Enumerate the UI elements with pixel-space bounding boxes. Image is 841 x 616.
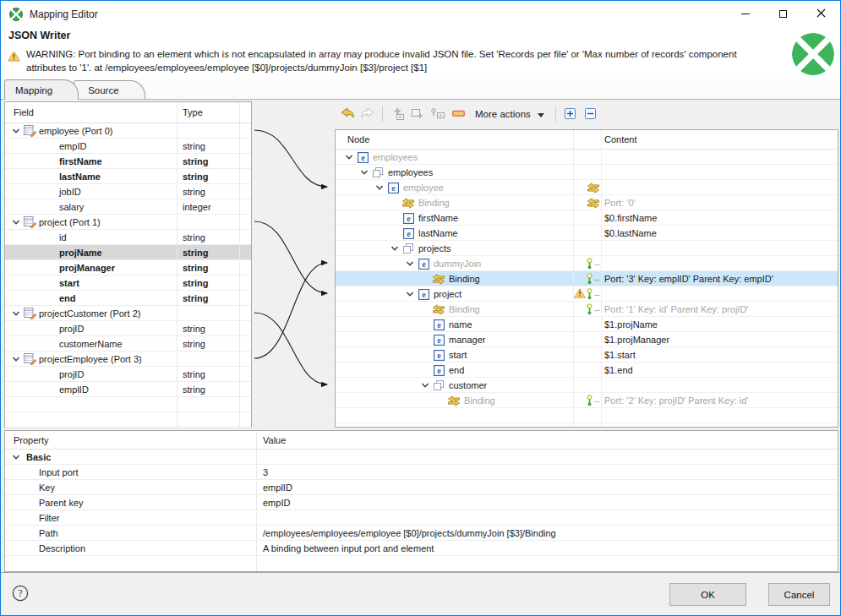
field-label: projectCustomer (Port 2)	[39, 308, 140, 319]
collapse-all-button[interactable]	[581, 104, 601, 124]
tree-node-cell: eproject	[336, 288, 573, 300]
tab-mapping[interactable]: Mapping	[4, 79, 79, 100]
field-row[interactable]: projIDstring	[5, 367, 251, 382]
tab-source[interactable]: Source	[74, 80, 145, 99]
chevron-down-icon[interactable]	[9, 308, 23, 319]
property-column-header: Property	[5, 435, 256, 445]
tree-row[interactable]: employees	[336, 165, 838, 180]
chevron-down-icon[interactable]	[358, 166, 371, 178]
field-row[interactable]: projectEmployee (Port 3)	[5, 352, 251, 367]
property-row[interactable]: DescriptionA binding between input port …	[5, 541, 838, 556]
field-row[interactable]: emplIDstring	[5, 382, 251, 397]
chevron-down-icon[interactable]	[373, 182, 386, 194]
ok-button[interactable]: OK	[669, 583, 746, 606]
field-row[interactable]: salaryinteger	[5, 199, 251, 215]
field-row[interactable]: empIDstring	[5, 139, 251, 154]
tree-content-cell: Port: '2' Key: projID' Parent Key: id'	[601, 395, 838, 406]
window-title: Mapping Editor	[30, 8, 98, 20]
field-type: string	[177, 339, 239, 349]
field-row[interactable]: startstring	[5, 275, 251, 291]
help-button[interactable]: ?	[12, 585, 29, 602]
property-row[interactable]: Basic	[5, 450, 838, 465]
tree-node-cell: projects	[336, 243, 573, 254]
tree-row[interactable]: Binding--Port: '2' Key: projID' Parent K…	[336, 393, 838, 408]
tree-row[interactable]: eend$1.end	[336, 363, 838, 378]
more-actions-button[interactable]: More actions	[468, 104, 551, 124]
fields-table-header: Field Type	[5, 102, 251, 123]
chevron-down-icon[interactable]	[9, 125, 23, 137]
tree-row[interactable]: eproject--	[336, 286, 838, 302]
close-button[interactable]	[802, 1, 840, 27]
property-value: A binding between input port and element	[256, 543, 838, 553]
field-name-cell: projManager	[5, 263, 177, 273]
chevron-down-icon[interactable]	[403, 288, 417, 300]
tree-row[interactable]: projects	[336, 241, 838, 256]
remove-button[interactable]	[448, 104, 468, 124]
expand-all-icon	[564, 107, 576, 122]
field-type: string	[177, 369, 239, 379]
field-label: jobID	[59, 187, 81, 197]
chevron-down-icon[interactable]	[9, 451, 23, 463]
chevron-down-icon[interactable]	[9, 353, 23, 365]
undo-icon	[340, 107, 355, 122]
tree-row[interactable]: estart$1.start	[336, 347, 838, 363]
chevron-down-icon[interactable]	[388, 243, 401, 254]
tree-node-label: dummyJoin	[434, 259, 481, 269]
chevron-down-icon[interactable]	[9, 216, 23, 228]
tree-row[interactable]: Binding--Port: '3' Key: emplID' Parent K…	[336, 271, 838, 286]
tree-decorator-cell: --	[573, 256, 601, 271]
property-row[interactable]: Parent keyempID	[5, 495, 838, 510]
tree-content-cell: $1.end	[601, 365, 838, 375]
tree-row[interactable]: emanager$1.projManager	[336, 332, 838, 347]
minimize-button[interactable]	[726, 1, 764, 27]
tree-row[interactable]: eemployee	[336, 180, 838, 195]
field-row[interactable]: customerNamestring	[5, 336, 251, 352]
property-value: 3	[256, 467, 838, 477]
help-icon: ?	[12, 585, 29, 602]
property-name-cell: Path	[5, 528, 256, 538]
field-type: string	[177, 141, 239, 151]
field-row[interactable]: endstring	[5, 291, 251, 306]
cancel-button[interactable]: Cancel	[768, 583, 830, 606]
property-row[interactable]: Input port3	[5, 465, 838, 480]
tree-row[interactable]: eemployees	[336, 150, 838, 165]
mapping-arrow	[254, 263, 327, 358]
property-row[interactable]: Filter	[5, 510, 838, 526]
field-row[interactable]: idstring	[5, 230, 251, 245]
field-row[interactable]: lastNamestring	[5, 169, 251, 184]
chevron-down-icon[interactable]	[418, 379, 432, 391]
expand-all-button[interactable]	[560, 104, 581, 124]
element-icon: e	[417, 258, 430, 270]
tree-decorator-cell	[573, 165, 601, 180]
field-row[interactable]: projIDstring	[5, 321, 251, 336]
tree-row[interactable]: elastName$0.lastName	[336, 226, 838, 241]
tree-row[interactable]: edummyJoin--	[336, 256, 838, 271]
property-row[interactable]: Path/employees/employees/employee [$0]/p…	[5, 526, 838, 541]
record-icon	[23, 352, 39, 365]
svg-text:?: ?	[18, 587, 22, 599]
tree-node-cell: emanager	[336, 334, 573, 346]
field-row[interactable]: projectCustomer (Port 2)	[5, 306, 251, 321]
field-row[interactable]: jobIDstring	[5, 184, 251, 199]
undo-button[interactable]	[337, 104, 358, 124]
element-icon: e	[417, 288, 430, 300]
add-binding-icon: e	[430, 107, 445, 121]
tree-node-label: customer	[449, 380, 487, 390]
field-row[interactable]: project (Port 1)	[5, 215, 251, 230]
tree-row[interactable]: Binding--Port: '1' Key: id' Parent Key: …	[336, 302, 838, 317]
tree-row[interactable]: efirstName$0.firstName	[336, 210, 838, 226]
field-row[interactable]: employee (Port 0)	[5, 123, 251, 139]
component-title: JSON Writer	[8, 30, 70, 41]
maximize-button[interactable]	[764, 1, 802, 27]
field-label: projManager	[59, 263, 115, 273]
field-row[interactable]: projManagerstring	[5, 260, 251, 275]
property-row[interactable]: KeyemplID	[5, 480, 838, 495]
tree-row[interactable]: ename$1.projName	[336, 317, 838, 332]
chevron-down-icon[interactable]	[403, 258, 417, 270]
field-row[interactable]: projNamestring	[5, 245, 251, 260]
tree-row[interactable]: BindingPort: '0'	[336, 195, 838, 210]
field-row[interactable]: firstNamestring	[5, 154, 251, 169]
tree-row[interactable]: customer	[336, 378, 838, 393]
chevron-down-icon[interactable]	[342, 151, 356, 163]
tree-node-cell: edummyJoin	[336, 258, 573, 270]
